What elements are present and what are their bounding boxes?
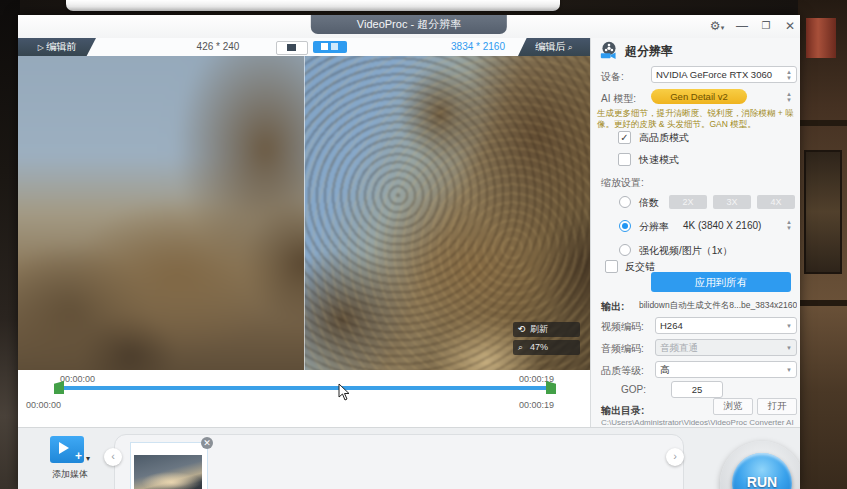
clip-end-time: 00:00:19 bbox=[519, 400, 554, 410]
film-reel-icon bbox=[599, 41, 619, 59]
maximize-button[interactable]: ❐ bbox=[758, 19, 774, 33]
trim-handle-left[interactable] bbox=[54, 381, 64, 394]
model-description: 生成更多细节，提升清晰度、锐利度，消除模糊 + 噪像。更好的皮肤 & 头发细节。… bbox=[597, 108, 797, 130]
book-spine bbox=[806, 18, 836, 58]
close-button[interactable]: ✕ bbox=[782, 19, 798, 33]
caret-down-icon: ▾ bbox=[86, 454, 90, 463]
next-arrow-button[interactable]: › bbox=[666, 448, 684, 466]
open-button[interactable]: 打开 bbox=[757, 398, 797, 415]
scale-section-label: 缩放设置: bbox=[601, 176, 644, 190]
trim-handle-right[interactable] bbox=[546, 381, 556, 394]
desktop-bookshelf bbox=[798, 0, 847, 489]
video-codec-label: 视频编码: bbox=[601, 320, 644, 334]
before-image bbox=[18, 56, 304, 370]
video-codec-value: H264 bbox=[660, 320, 683, 331]
audio-codec-value: 音频直通 bbox=[660, 342, 698, 353]
high-quality-label: 高品质模式 bbox=[639, 131, 689, 145]
refresh-icon: ⟲ bbox=[518, 322, 530, 337]
high-quality-checkbox[interactable]: ✓ bbox=[618, 131, 631, 144]
thumbnail-image bbox=[134, 455, 202, 489]
output-label: 输出: bbox=[601, 300, 624, 314]
before-resolution: 426 * 240 bbox=[168, 38, 268, 56]
minimize-button[interactable]: — bbox=[734, 19, 750, 33]
audio-codec-label: 音频编码: bbox=[601, 342, 644, 356]
device-label: 设备: bbox=[601, 70, 624, 84]
clip-start-time: 00:00:00 bbox=[26, 400, 61, 410]
prev-arrow-button[interactable]: ‹ bbox=[104, 448, 122, 466]
apply-to-all-button[interactable]: 应用到所有 bbox=[651, 272, 791, 292]
quality-select[interactable]: 高 ▼ bbox=[655, 361, 797, 378]
gear-icon[interactable]: ⚙▾ bbox=[708, 19, 726, 33]
media-thumbnail[interactable]: ✕ bbox=[130, 442, 208, 489]
title-bar: VideoProc - 超分辨率 ⚙▾ — ❐ ✕ bbox=[18, 15, 800, 39]
before-preview-image[interactable] bbox=[18, 56, 304, 370]
mouse-cursor bbox=[338, 383, 350, 401]
shelf-edge bbox=[798, 120, 847, 126]
zoom-level-button[interactable]: ⌕47% bbox=[513, 340, 580, 355]
fast-mode-checkbox[interactable] bbox=[618, 153, 631, 166]
browse-button[interactable]: 浏览 bbox=[713, 398, 753, 415]
output-dir-label: 输出目录: bbox=[601, 404, 644, 418]
shelf-edge bbox=[798, 300, 847, 306]
magnifier-icon: ⌕ bbox=[518, 340, 530, 355]
quality-label: 品质等级: bbox=[601, 364, 644, 378]
enhance-label: 强化视频/图片（1x） bbox=[639, 244, 732, 258]
super-resolution-panel: 超分辨率 设备: NVIDIA GeForce RTX 3060 ▲▼ AI 模… bbox=[590, 38, 800, 427]
refresh-label: 刷新 bbox=[530, 324, 548, 334]
output-filename[interactable]: bilidown自动生成文件名8...be_3834x2160.mp4 bbox=[639, 300, 797, 312]
device-value: NVIDIA GeForce RTX 3060 bbox=[656, 69, 772, 80]
app-window: VideoProc - 超分辨率 ⚙▾ — ❐ ✕ ▷ 编辑前 426 * 24… bbox=[18, 15, 800, 489]
zoom-level-value: 47% bbox=[530, 342, 548, 352]
add-media-icon: + bbox=[50, 436, 84, 463]
output-path[interactable]: C:\Users\Administrator\Videos\VideoProc … bbox=[601, 418, 797, 427]
single-view-icon bbox=[287, 44, 296, 51]
play-icon: ▷ bbox=[38, 43, 46, 52]
ai-model-value: Gen Detail v2 bbox=[670, 91, 728, 102]
run-button[interactable]: RUN bbox=[732, 453, 792, 489]
search-icon: ⌕ bbox=[565, 42, 573, 52]
single-view-button[interactable] bbox=[276, 41, 308, 55]
timeline: 00:00:00 00:00:19 00:00:00 00:00:19 bbox=[18, 370, 590, 428]
multiple-label: 倍数 bbox=[639, 196, 659, 210]
picture-frame bbox=[804, 150, 842, 274]
scale-buttons: 2X 3X 4X bbox=[669, 195, 799, 209]
window-title: VideoProc - 超分辨率 bbox=[311, 15, 507, 34]
dropdown-arrow-icon: ▼ bbox=[785, 323, 793, 335]
dropdown-arrow-icon: ▼ bbox=[785, 345, 793, 357]
fast-mode-label: 快速模式 bbox=[639, 153, 679, 167]
after-resolution: 3834 * 2160 bbox=[428, 38, 528, 56]
ai-model-row: Gen Detail v2 ▲▼ bbox=[591, 89, 800, 105]
ai-model-select[interactable]: Gen Detail v2 bbox=[651, 89, 747, 104]
close-icon[interactable]: ✕ bbox=[201, 437, 213, 449]
updown-arrows-icon[interactable]: ▲▼ bbox=[785, 219, 793, 231]
enhance-radio[interactable] bbox=[619, 244, 631, 256]
video-codec-select[interactable]: H264 ▼ bbox=[655, 317, 797, 334]
scale-3x-button[interactable]: 3X bbox=[713, 195, 751, 209]
gop-input[interactable]: 25 bbox=[671, 381, 723, 398]
audio-codec-select: 音频直通 ▼ bbox=[655, 339, 797, 356]
scale-2x-button[interactable]: 2X bbox=[669, 195, 707, 209]
gop-label: GOP: bbox=[621, 384, 646, 395]
device-select[interactable]: NVIDIA GeForce RTX 3060 ▲▼ bbox=[651, 66, 797, 83]
multiple-radio[interactable] bbox=[619, 196, 631, 208]
dropdown-arrow-icon: ▼ bbox=[785, 367, 793, 379]
deinterlace-checkbox[interactable] bbox=[605, 260, 618, 273]
pane-divider bbox=[304, 56, 305, 370]
scale-4x-button[interactable]: 4X bbox=[757, 195, 795, 209]
panel-title: 超分辨率 bbox=[625, 43, 673, 60]
media-bar: + ▾ 添加媒体 ‹ ✕ › RUN bbox=[18, 427, 800, 489]
before-tab-label: 编辑前 bbox=[46, 41, 76, 52]
tab-before-edit[interactable]: ▷ 编辑前 bbox=[18, 38, 96, 56]
updown-arrows-icon[interactable]: ▲▼ bbox=[785, 91, 793, 103]
tab-after-edit[interactable]: 编辑后 ⌕ bbox=[518, 38, 590, 56]
refresh-button[interactable]: ⟲刷新 bbox=[513, 322, 580, 337]
trim-start-time: 00:00:00 bbox=[60, 374, 95, 384]
light-glare-bar bbox=[66, 0, 560, 11]
split-view-icon bbox=[321, 43, 328, 50]
split-view-button[interactable] bbox=[313, 41, 347, 53]
resolution-value[interactable]: 4K (3840 X 2160) bbox=[683, 220, 761, 231]
updown-arrows-icon[interactable]: ▲▼ bbox=[785, 69, 793, 81]
resolution-label: 分辨率 bbox=[639, 220, 669, 234]
resolution-radio[interactable] bbox=[619, 220, 631, 232]
timeline-track[interactable] bbox=[58, 386, 552, 390]
